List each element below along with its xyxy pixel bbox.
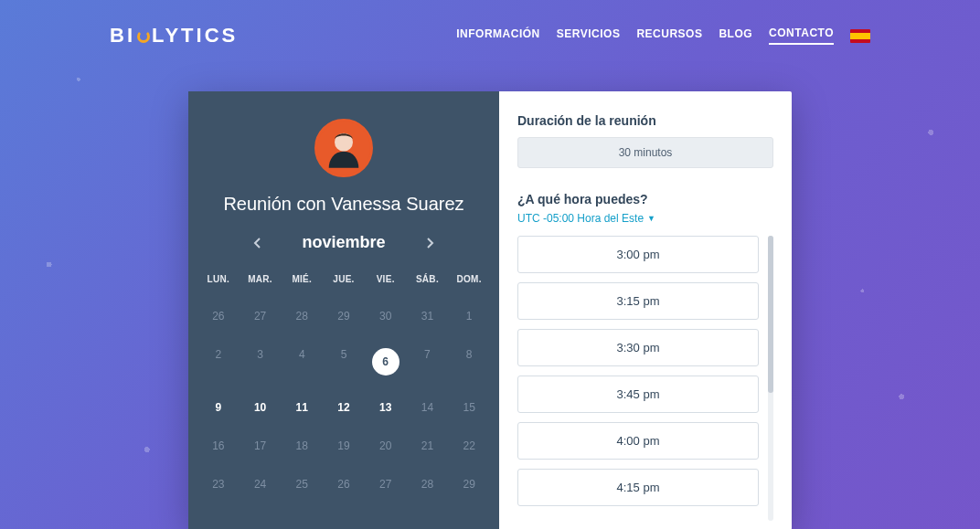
next-month-button[interactable] [422, 235, 439, 251]
calendar-dow: MAR. [240, 265, 282, 297]
prev-month-button[interactable] [249, 235, 265, 251]
caret-down-icon: ▼ [647, 214, 655, 223]
calendar-day: 24 [240, 465, 282, 503]
calendar-day: 25 [281, 465, 323, 503]
calendar-day: 28 [407, 465, 449, 503]
avatar-icon [317, 122, 370, 175]
calendar-day: 17 [240, 427, 282, 465]
calendar-day[interactable]: 13 [365, 388, 407, 427]
calendar-day: 26 [323, 465, 365, 503]
calendar-day: 22 [448, 427, 490, 465]
nav-informacion[interactable]: INFORMACIÓN [456, 27, 540, 44]
calendar-day: 5 [323, 335, 365, 388]
calendar-day: 18 [281, 427, 323, 465]
calendar-day: 27 [240, 297, 282, 335]
calendar-day[interactable]: 12 [323, 388, 365, 427]
calendar-day: 31 [407, 297, 449, 335]
calendar-day: 30 [365, 297, 407, 335]
meeting-title: Reunión con Vanessa Suarez [223, 194, 463, 215]
calendar-day: 26 [197, 297, 240, 335]
timezone-label: UTC -05:00 Hora del Este [517, 212, 644, 225]
calendar-day[interactable]: 9 [197, 388, 240, 427]
calendar-dow: SÁB. [407, 265, 449, 297]
site-header: BI LYTICS INFORMACIÓN SERVICIOS RECURSOS… [0, 0, 980, 55]
calendar-day: 19 [323, 427, 365, 465]
calendar-dow: MIÉ. [281, 265, 323, 297]
month-navigator: noviembre [197, 233, 490, 252]
chevron-right-icon [427, 238, 434, 249]
host-avatar [314, 119, 373, 177]
time-question: ¿A qué hora puedes? [517, 192, 773, 206]
calendar-day: 4 [281, 335, 323, 388]
booking-card: Reunión con Vanessa Suarez noviembre LUN… [188, 91, 792, 529]
calendar-day: 21 [407, 427, 449, 465]
nav-contacto[interactable]: CONTACTO [769, 26, 834, 45]
language-flag-es[interactable] [850, 29, 870, 43]
calendar-header-row: LUN.MAR.MIÉ.JUE.VIE.SÁB.DOM. [197, 265, 490, 297]
time-slots-container: 3:00 pm3:15 pm3:30 pm3:45 pm4:00 pm4:15 … [517, 236, 773, 529]
chevron-left-icon [253, 238, 261, 249]
scrollbar-thumb[interactable] [768, 236, 773, 393]
time-slot[interactable]: 4:15 pm [517, 469, 759, 506]
month-label: noviembre [302, 233, 385, 252]
calendar-dow: DOM. [448, 265, 490, 297]
time-slots-list[interactable]: 3:00 pm3:15 pm3:30 pm3:45 pm4:00 pm4:15 … [517, 236, 761, 529]
calendar-day: 15 [448, 388, 490, 427]
calendar-week-row: 2627282930311 [197, 297, 490, 335]
time-slot[interactable]: 3:15 pm [517, 282, 759, 320]
nav-recursos[interactable]: RECURSOS [636, 27, 702, 44]
brand-pre: BI [110, 24, 135, 48]
primary-nav: INFORMACIÓN SERVICIOS RECURSOS BLOG CONT… [456, 26, 870, 45]
time-panel: Duración de la reunión 30 minutos ¿A qué… [499, 91, 792, 529]
nav-blog[interactable]: BLOG [719, 27, 752, 44]
calendar-day: 27 [365, 465, 407, 503]
calendar-day: 2 [197, 335, 240, 388]
calendar-week-row: 9101112131415 [197, 388, 490, 427]
calendar-week-row: 23242526272829 [197, 465, 490, 503]
calendar-day[interactable]: 6 [365, 335, 407, 388]
slots-scrollbar[interactable] [768, 236, 773, 521]
calendar-dow: VIE. [365, 265, 407, 297]
brand-post: LYTICS [152, 24, 238, 48]
calendar-day: 1 [448, 297, 490, 335]
calendar-grid: LUN.MAR.MIÉ.JUE.VIE.SÁB.DOM. 26272829303… [197, 265, 490, 503]
calendar-dow: LUN. [197, 265, 240, 297]
calendar-day: 8 [448, 335, 490, 388]
calendar-day: 29 [448, 465, 490, 503]
calendar-day[interactable]: 10 [240, 388, 282, 427]
calendar-panel: Reunión con Vanessa Suarez noviembre LUN… [188, 91, 499, 529]
time-slot[interactable]: 4:00 pm [517, 422, 759, 460]
nav-servicios[interactable]: SERVICIOS [557, 27, 621, 44]
calendar-day: 20 [365, 427, 407, 465]
calendar-day: 29 [323, 297, 365, 335]
duration-value[interactable]: 30 minutos [517, 137, 773, 168]
calendar-dow: JUE. [323, 265, 365, 297]
time-slot[interactable]: 3:45 pm [517, 376, 759, 413]
calendar-day: 14 [407, 388, 449, 427]
calendar-day: 28 [281, 297, 323, 335]
calendar-day[interactable]: 11 [281, 388, 323, 427]
calendar-day: 16 [197, 427, 240, 465]
calendar-week-row: 2345678 [197, 335, 490, 388]
brand-circle-icon [137, 30, 150, 43]
time-slot[interactable]: 3:30 pm [517, 329, 759, 366]
calendar-day: 3 [240, 335, 282, 388]
duration-title: Duración de la reunión [517, 113, 773, 128]
calendar-week-row: 16171819202122 [197, 427, 490, 465]
timezone-selector[interactable]: UTC -05:00 Hora del Este ▼ [517, 212, 773, 225]
calendar-day: 7 [407, 335, 449, 388]
time-slot[interactable]: 3:00 pm [517, 236, 759, 273]
calendar-day: 23 [197, 465, 240, 503]
brand-logo[interactable]: BI LYTICS [110, 24, 238, 48]
